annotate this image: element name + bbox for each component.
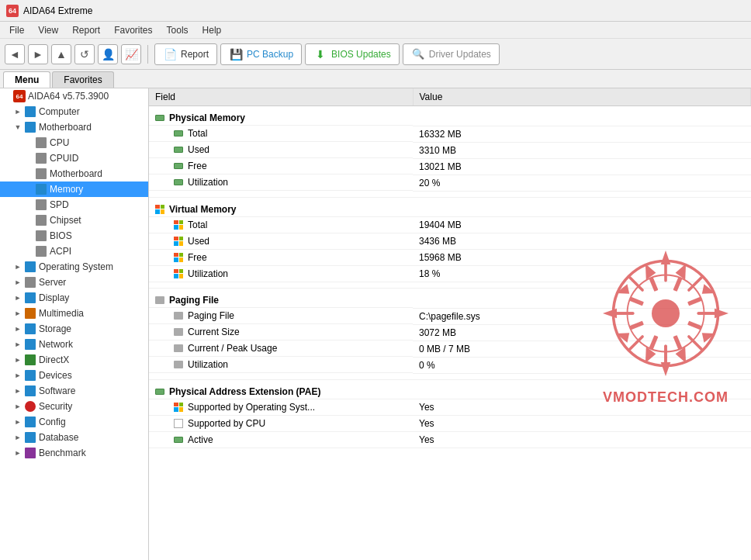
driver-label: Driver Updates (429, 49, 491, 60)
toolbar-separator (147, 45, 148, 64)
value-column-header: Value (413, 88, 751, 106)
sidebar-item-chipset[interactable]: Chipset (0, 213, 148, 228)
row-icon (174, 344, 183, 352)
software-icon (24, 385, 36, 397)
sidebar-item-memory[interactable]: Memory (0, 181, 148, 197)
menu-file[interactable]: File (3, 23, 30, 37)
field-value: 0 MB / 7 MB (413, 340, 751, 357)
sidebar-item-cpu[interactable]: CPU (0, 135, 148, 150)
sidebar-item-spd[interactable]: SPD (0, 197, 148, 213)
row-icon (174, 220, 183, 230)
display-icon (24, 292, 36, 304)
sidebar-item-server[interactable]: ► Server (0, 275, 148, 290)
sidebar-item-label: Security (39, 401, 72, 412)
menu-help[interactable]: Help (196, 23, 228, 37)
data-table: Field Value Physical Memory Total (149, 88, 751, 448)
section-title: Virtual Memory (169, 204, 236, 215)
tab-menu[interactable]: Menu (3, 71, 50, 88)
field-value: Yes (413, 432, 751, 448)
expand-arrow: ► (14, 372, 22, 379)
nav-forward-button[interactable]: ► (28, 44, 48, 64)
expand-arrow: ► (14, 325, 22, 333)
sidebar-item-os[interactable]: ► Operating System (0, 259, 148, 275)
expand-arrow: ► (14, 309, 22, 317)
sidebar-item-security[interactable]: ► Security (0, 399, 148, 414)
sidebar-item-network[interactable]: ► Network (0, 337, 148, 352)
sidebar-item-label: Server (39, 277, 66, 288)
sidebar-item-label: AIDA64 v5.75.3900 (28, 91, 109, 102)
expand-arrow: ► (14, 108, 22, 116)
sidebar-item-motherboard[interactable]: ▼ Motherboard (0, 119, 148, 135)
sidebar-item-database[interactable]: ► Database (0, 430, 148, 445)
multimedia-icon (24, 307, 36, 320)
server-icon (24, 276, 36, 289)
table-row: Current / Peak Usage 0 MB / 7 MB (149, 340, 751, 357)
sidebar-item-directx[interactable]: ► DirectX (0, 352, 148, 368)
sidebar-item-benchmark[interactable]: ► Benchmark (0, 445, 148, 461)
nav-back-button[interactable]: ◄ (5, 44, 25, 64)
field-value: 3310 MB (413, 142, 751, 158)
sidebar-item-acpi[interactable]: ACPI (0, 244, 148, 259)
nav-user-button[interactable]: 👤 (98, 44, 118, 64)
bios-button[interactable]: ⬇ BIOS Updates (305, 43, 400, 65)
physical-memory-icon (155, 115, 164, 121)
driver-button[interactable]: 🔍 Driver Updates (403, 43, 500, 65)
menu-report[interactable]: Report (66, 23, 106, 37)
network-icon (24, 338, 36, 351)
cpu-icon (35, 137, 47, 149)
expand-arrow: ► (14, 263, 22, 271)
table-row: Free 15968 MB (149, 250, 751, 266)
sidebar-item-label: DirectX (39, 354, 69, 365)
spacer-row (149, 191, 751, 197)
section-pae: Physical Address Extension (PAE) (149, 379, 751, 399)
section-title: Physical Address Extension (PAE) (169, 386, 320, 397)
bios-icon (35, 230, 47, 242)
expand-arrow: ► (14, 449, 22, 457)
sidebar-item-label: Multimedia (39, 308, 84, 319)
acpi-icon (35, 245, 47, 258)
sidebar-item-storage[interactable]: ► Storage (0, 321, 148, 337)
pae-icon (155, 389, 164, 395)
database-icon (24, 431, 36, 444)
menu-tools[interactable]: Tools (161, 23, 195, 37)
sidebar-item-motherboard2[interactable]: Motherboard (0, 166, 148, 181)
field-label: Utilization (188, 268, 228, 279)
menu-favorites[interactable]: Favorites (108, 23, 158, 37)
sidebar-item-computer[interactable]: ► Computer (0, 104, 148, 119)
sidebar-item-software[interactable]: ► Software (0, 383, 148, 399)
section-paging-file: Paging File (149, 289, 751, 309)
report-button[interactable]: 📄 Report (154, 43, 217, 65)
aida64-icon: 64 (13, 90, 26, 102)
table-row: Total 19404 MB (149, 217, 751, 233)
tab-favorites[interactable]: Favorites (52, 71, 113, 88)
sidebar-item-bios[interactable]: BIOS (0, 228, 148, 244)
section-title: Paging File (169, 295, 219, 306)
row-icon (174, 328, 183, 336)
bios-icon: ⬇ (313, 47, 327, 61)
sidebar-item-multimedia[interactable]: ► Multimedia (0, 306, 148, 321)
field-label: Free (188, 161, 207, 171)
menu-view[interactable]: View (32, 23, 64, 37)
row-icon (174, 147, 183, 153)
sidebar-item-devices[interactable]: ► Devices (0, 368, 148, 383)
sidebar-item-display[interactable]: ► Display (0, 290, 148, 306)
sidebar-item-label: Storage (39, 323, 71, 334)
nav-chart-button[interactable]: 📈 (121, 44, 141, 64)
app-title: AIDA64 Extreme (23, 5, 92, 16)
pcbackup-button[interactable]: 💾 PC Backup (220, 43, 302, 65)
table-row: Active Yes (149, 432, 751, 448)
nav-refresh-button[interactable]: ↺ (74, 44, 95, 64)
content-area: Field Value Physical Memory Total (149, 88, 751, 560)
field-value: 13021 MB (413, 158, 751, 175)
nav-up-button[interactable]: ▲ (51, 44, 71, 64)
expand-arrow: ► (14, 403, 22, 410)
security-icon (24, 400, 36, 413)
row-icon (174, 403, 183, 412)
sidebar-item-aida64[interactable]: 64 AIDA64 v5.75.3900 (0, 88, 148, 104)
chipset-icon (35, 214, 47, 226)
sidebar-item-config[interactable]: ► Config (0, 414, 148, 430)
field-label: Paging File (188, 310, 234, 321)
sidebar-item-cpuid[interactable]: CPUID (0, 150, 148, 166)
field-value: 19404 MB (413, 217, 751, 233)
spd-icon (35, 199, 47, 211)
